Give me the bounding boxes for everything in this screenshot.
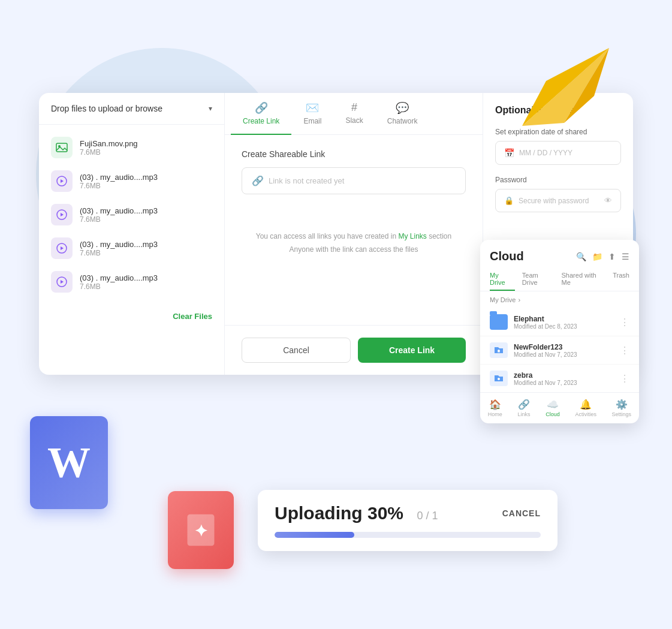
svg-text:✦: ✦: [194, 522, 208, 540]
tab-create-link[interactable]: 🔗 Create Link: [231, 93, 291, 135]
cloud-icon: ☁️: [547, 399, 559, 410]
nav-home[interactable]: 🏠 Home: [488, 399, 502, 417]
my-links-link[interactable]: My Links: [399, 232, 427, 240]
cloud-item-elephant[interactable]: Elephant Modified at Dec 8, 2023 ⋮: [480, 308, 639, 336]
nav-activities[interactable]: 🔔 Activities: [575, 399, 596, 417]
create-link-body: Create Shareable Link 🔗 Link is not crea…: [225, 135, 483, 325]
new-folder-icon[interactable]: 📁: [592, 252, 602, 261]
word-doc-icon: W: [30, 416, 108, 509]
clear-files-button[interactable]: Clear Files: [39, 305, 224, 328]
nav-cloud[interactable]: ☁️ Cloud: [546, 399, 560, 417]
file-info: (03) . my_audio....mp3 7.6MB: [80, 206, 212, 224]
file-info: (03) . my_audio....mp3 7.6MB: [80, 173, 212, 190]
file-size: 7.6MB: [80, 215, 212, 224]
cloud-item-info: NewFolder123 Modified at Nov 7, 2023: [514, 343, 614, 358]
file-type-icon: [51, 170, 73, 192]
link-tab-icon: 🔗: [255, 101, 268, 115]
link-input-box[interactable]: 🔗 Link is not created yet: [242, 167, 466, 194]
file-name: (03) . my_audio....mp3: [80, 240, 212, 249]
date-input-box[interactable]: 📅 MM / DD / YYYY: [495, 141, 621, 165]
link-placeholder-text: Link is not created yet: [269, 176, 344, 185]
create-link-button[interactable]: Create Link: [358, 338, 466, 363]
password-placeholder: Secure with password: [519, 197, 589, 205]
tab-chatwork-label: Chatwork: [387, 117, 418, 125]
pdf-doc-icon: ✦: [168, 491, 234, 569]
home-icon: 🏠: [489, 399, 501, 410]
paper-plane-decoration: [516, 36, 612, 132]
cloud-tab-sharedwithme[interactable]: Shared with Me: [562, 268, 606, 291]
cancel-button[interactable]: Cancel: [242, 338, 351, 363]
nav-links[interactable]: 🔗 Links: [518, 399, 531, 417]
tab-slack[interactable]: # Slack: [333, 93, 375, 135]
file-header-text: Drop files to upload or browse: [51, 104, 162, 113]
home-label: Home: [488, 411, 502, 417]
cancel-upload-button[interactable]: CANCEL: [502, 508, 541, 518]
password-left: 🔒 Secure with password: [504, 196, 589, 205]
upload-status-text: Uploading 30% 0 / 1: [275, 503, 438, 523]
lock-icon: 🔒: [504, 196, 514, 205]
password-label: Password: [495, 176, 621, 184]
svg-rect-5: [56, 143, 67, 152]
list-item: FujiSan.mov.png 7.6MB: [39, 131, 224, 164]
upload-icon[interactable]: ⬆: [608, 252, 616, 261]
list-item: (03) . my_audio....mp3 7.6MB: [39, 198, 224, 231]
cloud-bottom-nav: 🏠 Home 🔗 Links ☁️ Cloud 🔔 Activities ⚙️ …: [480, 392, 639, 423]
chatwork-tab-icon: 💬: [396, 101, 409, 115]
file-size: 7.6MB: [80, 249, 212, 257]
list-item: (03) . my_audio....mp3 7.6MB: [39, 231, 224, 265]
file-list: FujiSan.mov.png 7.6MB (03) . my_audio...…: [39, 125, 224, 305]
file-size: 7.6MB: [80, 182, 212, 190]
file-name: FujiSan.mov.png: [80, 139, 212, 148]
tab-email[interactable]: ✉️ Email: [291, 93, 333, 135]
cloud-tab-mydrive[interactable]: My Drive: [490, 268, 515, 291]
cloud-title: Cloud: [490, 249, 524, 263]
password-input-box[interactable]: 🔒 Secure with password 👁: [495, 189, 621, 212]
folder-icon: [490, 314, 508, 330]
cloud-header: Cloud 🔍 📁 ⬆ ☰: [480, 240, 639, 268]
file-type-icon: [51, 137, 73, 158]
cloud-item-newfolder123[interactable]: NewFolder123 Modified at Nov 7, 2023 ⋮: [480, 336, 639, 365]
sort-icon[interactable]: ☰: [622, 252, 629, 261]
cloud-actions: 🔍 📁 ⬆ ☰: [576, 252, 629, 261]
progress-bar-fill: [275, 532, 354, 538]
date-placeholder: MM / DD / YYYY: [519, 149, 572, 157]
cloud-panel: Cloud 🔍 📁 ⬆ ☰ My Drive Team Drive Shared…: [480, 240, 639, 423]
access-info: You can access all links you have create…: [242, 230, 466, 256]
slack-tab-icon: #: [351, 101, 357, 114]
chevron-down-icon: ▾: [209, 104, 212, 113]
cloud-tab-teamdrive[interactable]: Team Drive: [522, 268, 555, 291]
file-name: (03) . my_audio....mp3: [80, 206, 212, 215]
cloud-item-name: Elephant: [514, 315, 614, 323]
progress-bar-background: [275, 532, 541, 538]
create-link-section: 🔗 Create Link ✉️ Email # Slack 💬 Chatwor…: [225, 93, 483, 375]
settings-icon: ⚙️: [616, 399, 628, 410]
file-type-icon: [51, 237, 73, 259]
more-options-icon[interactable]: ⋮: [620, 345, 629, 356]
file-sidebar: Drop files to upload or browse ▾ FujiSan…: [39, 93, 225, 375]
file-size: 7.6MB: [80, 282, 212, 291]
file-size: 7.6MB: [80, 148, 212, 157]
tab-slack-label: Slack: [345, 116, 363, 125]
access-line-2: Anyone with the link can access the file…: [242, 243, 466, 257]
search-icon[interactable]: 🔍: [576, 252, 586, 261]
svg-point-11: [498, 350, 500, 352]
cloud-tab-trash[interactable]: Trash: [613, 268, 629, 291]
file-header[interactable]: Drop files to upload or browse ▾: [39, 93, 224, 125]
tabs-bar: 🔗 Create Link ✉️ Email # Slack 💬 Chatwor…: [225, 93, 483, 135]
link-icon: 🔗: [252, 175, 264, 186]
upload-count: 0 / 1: [417, 510, 438, 522]
file-name: (03) . my_audio....mp3: [80, 173, 212, 182]
cloud-item-info: zebra Modified at Nov 7, 2023: [514, 371, 614, 386]
tab-chatwork[interactable]: 💬 Chatwork: [375, 93, 430, 135]
access-text-1: You can access all links you have create…: [256, 232, 396, 240]
cloud-item-info: Elephant Modified at Dec 8, 2023: [514, 315, 614, 330]
eye-icon[interactable]: 👁: [604, 196, 612, 205]
tab-email-label: Email: [303, 117, 321, 125]
nav-settings[interactable]: ⚙️ Settings: [612, 399, 632, 417]
list-item: (03) . my_audio....mp3 7.6MB: [39, 265, 224, 299]
file-name: (03) . my_audio....mp3: [80, 273, 212, 282]
links-icon: 🔗: [518, 399, 530, 410]
more-options-icon[interactable]: ⋮: [620, 317, 629, 328]
more-options-icon[interactable]: ⋮: [620, 373, 629, 384]
cloud-item-zebra[interactable]: zebra Modified at Nov 7, 2023 ⋮: [480, 365, 639, 392]
